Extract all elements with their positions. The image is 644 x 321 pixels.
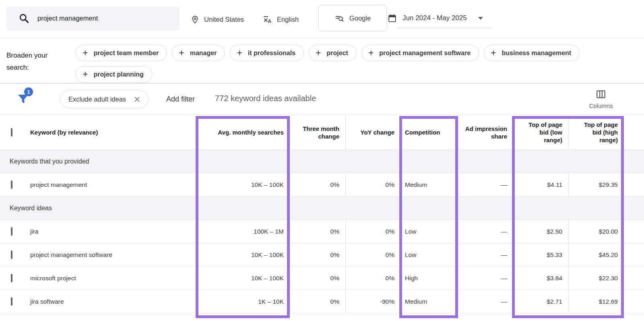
column-header-top-bid-low[interactable]: Top of page bid (low range) — [513, 115, 568, 149]
ad-share-cell: — — [458, 267, 513, 290]
search-icon — [19, 13, 29, 24]
plus-icon: + — [368, 48, 374, 58]
date-range-label: Jun 2024 - May 2025 — [402, 14, 467, 22]
table-header-row: Keyword (by relevance) Avg. monthly sear… — [0, 115, 644, 150]
section-row-keyword-ideas: Keyword ideas — [0, 197, 644, 220]
keyword-chip[interactable]: +project — [309, 45, 357, 61]
add-filter-button[interactable]: Add filter — [166, 95, 195, 104]
columns-button[interactable]: Columns — [584, 89, 618, 109]
ad-share-cell: — — [458, 290, 513, 313]
broaden-chips-container: +project team member +manager +it profes… — [76, 45, 615, 83]
exclude-adult-ideas-chip[interactable]: Exclude adult ideas — [60, 90, 149, 108]
row-checkbox[interactable] — [11, 251, 12, 259]
row-checkbox[interactable] — [11, 227, 12, 236]
row-checkbox[interactable] — [11, 180, 12, 189]
column-header-top-bid-high[interactable]: Top of page bid (high range) — [568, 115, 624, 149]
yoy-cell: -90% — [345, 290, 400, 313]
plus-icon: + — [83, 48, 88, 58]
competition-cell: Low — [400, 243, 458, 266]
columns-label: Columns — [589, 102, 613, 109]
filter-count-badge: 1 — [24, 87, 33, 96]
bid-high-cell: $22.30 — [568, 267, 624, 290]
network-selector[interactable]: Google — [318, 5, 387, 31]
chip-label: project team member — [93, 50, 159, 57]
date-range-underline — [398, 28, 492, 28]
avg-searches-cell: 1K – 10K — [197, 290, 290, 313]
ad-share-cell: — — [458, 173, 513, 196]
bid-low-cell: $2.50 — [513, 220, 568, 243]
keyword-cell: project management software — [28, 251, 197, 259]
translate-icon: A — [262, 14, 272, 25]
keyword-chip[interactable]: +manager — [172, 45, 225, 61]
keyword-search-box[interactable] — [6, 6, 180, 30]
plus-icon: + — [83, 70, 88, 79]
column-header-three-month-change[interactable]: Three month change — [290, 115, 345, 149]
table-row: microsoft project 10K – 100K 0% 0% High … — [0, 267, 644, 290]
bid-high-cell: $29.35 — [568, 173, 624, 196]
svg-text:A: A — [268, 19, 272, 24]
keyword-cell: jira software — [28, 298, 197, 305]
location-pin-icon — [190, 15, 200, 24]
columns-icon — [595, 89, 607, 99]
avg-searches-cell: 10K – 100K — [197, 267, 290, 290]
keyword-chip[interactable]: +project management software — [361, 45, 479, 61]
row-checkbox[interactable] — [11, 297, 12, 306]
keyword-cell: jira — [28, 228, 197, 235]
yoy-cell: 0% — [345, 173, 400, 196]
table-row: project management 10K – 100K 0% 0% Medi… — [0, 173, 644, 197]
keyword-chip[interactable]: +project team member — [76, 45, 167, 61]
plus-icon: + — [237, 48, 242, 58]
avg-searches-cell: 10K – 100K — [197, 243, 290, 266]
column-header-avg-monthly-searches[interactable]: Avg. monthly searches — [197, 115, 290, 149]
three-month-cell: 0% — [290, 220, 345, 243]
three-month-cell: 0% — [290, 290, 345, 313]
language-selector[interactable]: A English — [262, 0, 299, 39]
column-header-keyword[interactable]: Keyword (by relevance) — [28, 128, 197, 136]
yoy-cell: 0% — [345, 220, 400, 243]
date-range-selector[interactable]: Jun 2024 - May 2025 — [387, 9, 483, 27]
bid-low-cell: $2.71 — [513, 290, 568, 313]
exclude-chip-label: Exclude adult ideas — [68, 95, 126, 103]
three-month-cell: 0% — [290, 267, 345, 290]
chip-label: manager — [190, 50, 217, 57]
keyword-chip[interactable]: +project planning — [76, 66, 152, 83]
column-header-ad-impression-share[interactable]: Ad impression share — [458, 115, 513, 149]
search-input[interactable] — [37, 14, 166, 22]
topbar-divider — [0, 38, 644, 39]
keyword-chip[interactable]: +it professionals — [230, 45, 304, 61]
bid-high-cell: $20.00 — [568, 220, 624, 243]
table-row: project management software 10K – 100K 0… — [0, 243, 644, 267]
three-month-cell: 0% — [290, 243, 345, 266]
yoy-cell: 0% — [345, 243, 400, 266]
yoy-cell: 0% — [345, 267, 400, 290]
plus-icon: + — [491, 48, 496, 58]
network-icon — [334, 13, 345, 23]
broaden-search-label: Broaden your search: — [6, 50, 63, 74]
table-row: jira 100K – 1M 0% 0% Low — $2.50 $20.00 — [0, 220, 644, 243]
chip-label: project — [327, 50, 348, 57]
keyword-cell: microsoft project — [28, 275, 197, 282]
close-icon[interactable] — [133, 95, 141, 103]
dropdown-arrow-icon — [478, 17, 483, 20]
competition-cell: High — [400, 267, 458, 290]
row-checkbox[interactable] — [11, 274, 12, 282]
section-divider — [0, 83, 644, 84]
ad-share-cell: — — [458, 220, 513, 243]
three-month-cell: 0% — [290, 173, 345, 196]
select-all-checkbox[interactable] — [11, 128, 12, 137]
column-header-yoy-change[interactable]: YoY change — [345, 115, 400, 149]
bid-low-cell: $3.84 — [513, 267, 568, 290]
avg-searches-cell: 100K – 1M — [197, 220, 290, 243]
language-label: English — [277, 16, 299, 23]
plus-icon: + — [179, 48, 184, 58]
competition-cell: Medium — [400, 173, 458, 196]
competition-cell: Medium — [400, 290, 458, 313]
keyword-cell: project management — [28, 181, 197, 188]
keyword-chip[interactable]: +business management — [484, 45, 580, 61]
location-label: United States — [204, 16, 244, 23]
chip-label: business management — [502, 50, 572, 57]
bid-high-cell: $45.20 — [568, 243, 624, 266]
keyword-table: Keyword (by relevance) Avg. monthly sear… — [0, 115, 644, 313]
column-header-competition[interactable]: Competition — [400, 115, 458, 149]
location-selector[interactable]: United States — [190, 0, 244, 39]
